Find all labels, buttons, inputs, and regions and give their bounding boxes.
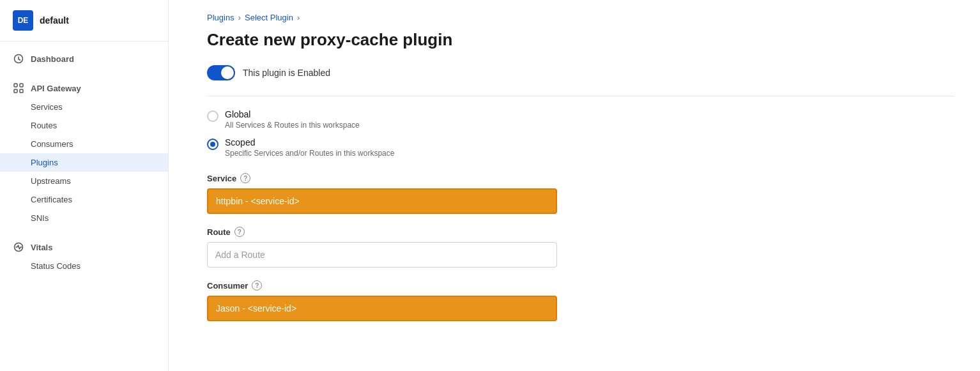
vitals-label: Vitals — [31, 243, 52, 252]
breadcrumb-sep-1: › — [238, 13, 241, 22]
plugin-enabled-toggle[interactable] — [207, 65, 235, 80]
radio-global-text: Global All Services & Routes in this wor… — [225, 109, 360, 130]
sidebar-item-plugins[interactable]: Plugins — [0, 153, 168, 172]
consumer-value: Jason - <service-id> — [216, 303, 296, 314]
services-label: Services — [31, 102, 63, 112]
service-input[interactable]: httpbin - <service-id> — [207, 188, 557, 214]
consumer-field: Consumer ? Jason - <service-id> — [207, 280, 954, 321]
plugin-enabled-toggle-row: This plugin is Enabled — [207, 65, 954, 80]
svg-rect-2 — [20, 84, 23, 87]
workspace-name: default — [40, 15, 69, 26]
sidebar-item-routes[interactable]: Routes — [0, 116, 168, 135]
service-field: Service ? httpbin - <service-id> — [207, 173, 954, 214]
route-label-text: Route — [207, 227, 231, 237]
consumers-label: Consumers — [31, 139, 73, 149]
global-label: Global — [225, 109, 360, 119]
radio-scoped-text: Scoped Specific Services and/or Routes i… — [225, 137, 394, 158]
sidebar-item-status-codes[interactable]: Status Codes — [0, 257, 168, 275]
sidebar-item-snis[interactable]: SNIs — [0, 209, 168, 227]
vitals-icon — [13, 241, 24, 253]
global-desc: All Services & Routes in this workspace — [225, 121, 360, 130]
api-gateway-label: API Gateway — [31, 84, 81, 93]
consumer-input[interactable]: Jason - <service-id> — [207, 296, 557, 321]
radio-global[interactable]: Global All Services & Routes in this wor… — [207, 109, 954, 130]
workspace-header[interactable]: DE default — [0, 0, 168, 42]
consumer-help-icon[interactable]: ? — [252, 280, 262, 291]
page-title: Create new proxy-cache plugin — [207, 30, 954, 50]
scoped-label: Scoped — [225, 137, 394, 148]
sidebar-item-upstreams[interactable]: Upstreams — [0, 172, 168, 190]
sidebar: DE default Dashboard — [0, 0, 169, 371]
plugins-label: Plugins — [31, 158, 58, 167]
service-field-label: Service ? — [207, 173, 954, 183]
main-content: Plugins › Select Plugin › Create new pro… — [169, 0, 980, 371]
svg-rect-4 — [20, 89, 23, 93]
route-help-icon[interactable]: ? — [234, 227, 245, 237]
scope-radio-group: Global All Services & Routes in this wor… — [207, 109, 954, 158]
breadcrumb-plugins[interactable]: Plugins — [207, 13, 234, 22]
breadcrumb: Plugins › Select Plugin › — [207, 13, 954, 22]
sidebar-section-header-api-gateway[interactable]: API Gateway — [0, 79, 168, 98]
service-value: httpbin - <service-id> — [216, 196, 300, 206]
scoped-desc: Specific Services and/or Routes in this … — [225, 149, 394, 158]
dashboard-label: Dashboard — [31, 54, 74, 64]
radio-circle-scoped[interactable] — [207, 139, 218, 150]
route-field-label: Route ? — [207, 227, 954, 237]
svg-rect-1 — [14, 84, 17, 87]
sidebar-section-vitals: Vitals Status Codes — [0, 230, 168, 278]
upstreams-label: Upstreams — [31, 176, 71, 186]
consumer-label-text: Consumer — [207, 281, 248, 291]
service-help-icon[interactable]: ? — [240, 173, 250, 183]
sidebar-item-consumers[interactable]: Consumers — [0, 135, 168, 153]
sidebar-section-api-gateway: API Gateway Services Routes Consumers Pl… — [0, 71, 168, 230]
radio-scoped[interactable]: Scoped Specific Services and/or Routes i… — [207, 137, 954, 158]
service-label-text: Service — [207, 174, 236, 183]
route-placeholder: Add a Route — [215, 250, 265, 260]
divider — [207, 96, 954, 96]
route-field: Route ? Add a Route — [207, 227, 954, 268]
routes-label: Routes — [31, 121, 57, 130]
consumer-field-label: Consumer ? — [207, 280, 954, 291]
workspace-avatar: DE — [13, 10, 33, 31]
breadcrumb-select-plugin[interactable]: Select Plugin — [245, 13, 293, 22]
grid-icon — [13, 82, 24, 94]
toggle-label: This plugin is Enabled — [243, 68, 330, 78]
radio-circle-global[interactable] — [207, 110, 218, 122]
sidebar-section-header-dashboard[interactable]: Dashboard — [0, 49, 168, 68]
status-codes-label: Status Codes — [31, 261, 80, 271]
route-input[interactable]: Add a Route — [207, 242, 557, 268]
snis-label: SNIs — [31, 213, 49, 223]
sidebar-section-dashboard: Dashboard — [0, 42, 168, 71]
svg-rect-3 — [14, 89, 17, 93]
breadcrumb-sep-2: › — [297, 13, 300, 22]
certificates-label: Certificates — [31, 195, 72, 204]
clock-icon — [13, 53, 24, 64]
sidebar-section-header-vitals[interactable]: Vitals — [0, 238, 168, 257]
sidebar-item-certificates[interactable]: Certificates — [0, 190, 168, 209]
sidebar-item-services[interactable]: Services — [0, 98, 168, 116]
